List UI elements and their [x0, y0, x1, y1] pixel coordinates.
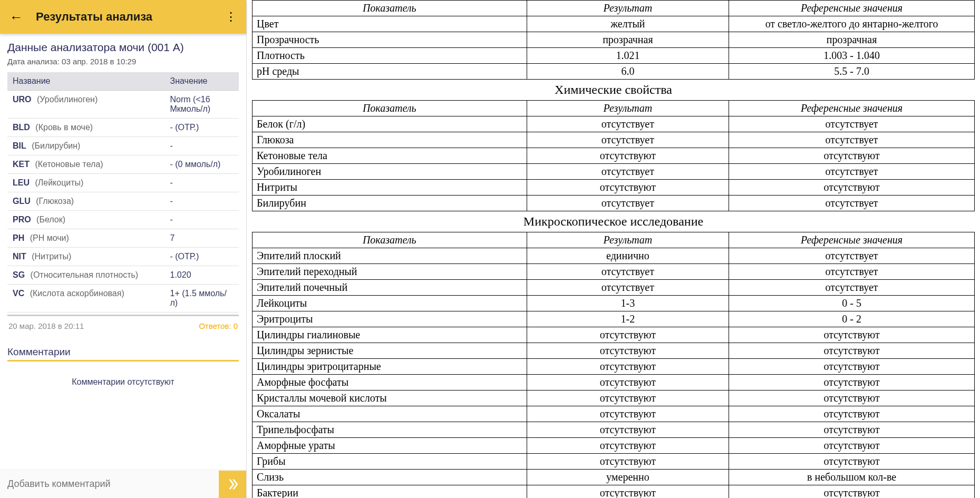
doc-param: Кетоновые тела	[253, 148, 527, 164]
col-result: Результат	[527, 232, 729, 248]
send-button[interactable]	[219, 471, 246, 498]
doc-row: Кристаллы мочевой кислотыотсутствуютотсу…	[253, 390, 975, 406]
table-row[interactable]: BIL (Билирубин)-	[7, 137, 239, 155]
doc-result: 1-2	[527, 311, 729, 327]
param-name: BIL (Билирубин)	[7, 137, 165, 155]
col-param: Показатель	[253, 1, 527, 16]
table-row[interactable]: BLD (Кровь в моче)- (ОТР.)	[7, 119, 239, 137]
doc-result: прозрачная	[527, 32, 729, 48]
doc-ref: отсутствует	[729, 248, 975, 264]
doc-row: Плотность1.0211.003 - 1.040	[253, 48, 975, 64]
doc-param: Цилиндры зернистые	[253, 343, 527, 359]
chevrons-right-icon	[225, 477, 240, 492]
table-row[interactable]: NIT (Нитриты)- (ОТР.)	[7, 248, 239, 266]
doc-param: Прозрачность	[253, 32, 527, 48]
doc-result: умеренно	[527, 470, 729, 485]
doc-param: Цилиндры эритроцитарные	[253, 359, 527, 375]
doc-result: отсутствуют	[527, 375, 729, 390]
doc-ref: 5.5 - 7.0	[729, 64, 975, 80]
doc-row: Прозрачностьпрозрачнаяпрозрачная	[253, 32, 975, 48]
back-icon[interactable]: ←	[9, 9, 23, 25]
table-row[interactable]: KET (Кетоновые тела)- (0 ммоль/л)	[7, 155, 239, 174]
doc-row: Бактерииотсутствуютотсутствуют	[253, 485, 975, 499]
app-bar: ← Результаты анализа ⋮	[0, 0, 246, 34]
doc-row: Билирубинотсутствуетотсутствует	[253, 196, 975, 211]
doc-result: отсутствуют	[527, 422, 729, 438]
doc-row: Аморфные фосфатыотсутствуютотсутствуют	[253, 375, 975, 390]
param-name: PRO (Белок)	[7, 211, 165, 229]
doc-row: Нитритыотсутствуютотсутствуют	[253, 180, 975, 196]
app-panel: ← Результаты анализа ⋮ Данные анализатор…	[0, 0, 247, 498]
page-title: Результаты анализа	[36, 10, 225, 24]
param-name: SG (Относительная плотность)	[7, 266, 165, 285]
param-name: LEU (Лейкоциты)	[7, 174, 165, 192]
doc-ref: в небольшом кол-ве	[729, 470, 975, 485]
doc-row: Трипельфосфатыотсутствуютотсутствуют	[253, 422, 975, 438]
content-area: Данные анализатора мочи (001 A) Дата ана…	[0, 34, 246, 470]
doc-row: Глюкозаотсутствуетотсутствует	[253, 132, 975, 148]
doc-row: Цилиндры зернистыеотсутствуютотсутствуют	[253, 343, 975, 359]
param-name: KET (Кетоновые тела)	[7, 155, 165, 174]
doc-param: Эпителий почечный	[253, 280, 527, 296]
doc-param: Оксалаты	[253, 406, 527, 422]
comment-input[interactable]	[0, 470, 219, 498]
doc-result: желтый	[527, 16, 729, 32]
doc-result: единично	[527, 248, 729, 264]
doc-param: Аморфные фосфаты	[253, 375, 527, 390]
doc-ref: отсутствуют	[729, 343, 975, 359]
divider	[7, 360, 239, 362]
results-table: Название Значение URO (Уробилиноген)Norm…	[7, 72, 239, 313]
answers-count[interactable]: Ответов: 0	[199, 321, 238, 330]
doc-param: Бактерии	[253, 485, 527, 499]
table-row[interactable]: SG (Относительная плотность)1.020	[7, 266, 239, 285]
param-value: -	[165, 137, 239, 155]
param-name: URO (Уробилиноген)	[7, 91, 165, 119]
doc-result: отсутствуют	[527, 343, 729, 359]
table-row[interactable]: GLU (Глюкоза)-	[7, 192, 239, 211]
doc-param: Трипельфосфаты	[253, 422, 527, 438]
doc-param: Кристаллы мочевой кислоты	[253, 390, 527, 406]
table-row[interactable]: LEU (Лейкоциты)-	[7, 174, 239, 192]
doc-result: отсутствуют	[527, 359, 729, 375]
param-value: 1+ (1.5 ммоль/л)	[165, 285, 239, 313]
analysis-date: Дата анализа: 03 апр. 2018 в 10:29	[7, 57, 239, 66]
doc-param: Эпителий переходный	[253, 264, 527, 280]
col-ref: Референсные значения	[729, 1, 975, 16]
doc-result: отсутствуют	[527, 327, 729, 343]
doc-ref: отсутствуют	[729, 180, 975, 196]
table-row[interactable]: URO (Уробилиноген)Norm (<16 Мкмоль/л)	[7, 91, 239, 119]
col-name: Название	[7, 72, 165, 91]
doc-ref: отсутствуют	[729, 422, 975, 438]
doc-ref: 0 - 5	[729, 296, 975, 311]
param-value: 7	[165, 229, 239, 248]
doc-param: Цилиндры гиалиновые	[253, 327, 527, 343]
doc-row: Эпителий почечныйотсутствуетотсутствует	[253, 280, 975, 296]
table-row[interactable]: PRO (Белок)-	[7, 211, 239, 229]
doc-ref: отсутствуют	[729, 327, 975, 343]
menu-icon[interactable]: ⋮	[225, 10, 237, 24]
table-row[interactable]: PH (РН мочи)7	[7, 229, 239, 248]
footer-row: 20 мар. 2018 в 20:11 Ответов: 0	[7, 315, 239, 334]
param-value: -	[165, 211, 239, 229]
doc-ref: отсутствуют	[729, 148, 975, 164]
doc-table: ПоказательРезультатРеференсные значенияЦ…	[252, 0, 975, 80]
doc-result: отсутствуют	[527, 438, 729, 454]
param-value: - (ОТР.)	[165, 119, 239, 137]
doc-result: 1.021	[527, 48, 729, 64]
param-name: GLU (Глюкоза)	[7, 192, 165, 211]
doc-result: отсутствуют	[527, 180, 729, 196]
doc-row: Белок (г/л)отсутствуетотсутствует	[253, 116, 975, 132]
col-value: Значение	[165, 72, 239, 91]
doc-row: Аморфные уратыотсутствуютотсутствуют	[253, 438, 975, 454]
doc-param: Цвет	[253, 16, 527, 32]
param-value: Norm (<16 Мкмоль/л)	[165, 91, 239, 119]
param-name: VC (Кислота аскорбиновая)	[7, 285, 165, 313]
doc-param: рН среды	[253, 64, 527, 80]
param-value: - (ОТР.)	[165, 248, 239, 266]
doc-result: отсутствуют	[527, 406, 729, 422]
doc-param: Глюкоза	[253, 132, 527, 148]
doc-row: Цветжелтыйот светло-желтого до янтарно-ж…	[253, 16, 975, 32]
doc-result: отсутствует	[527, 132, 729, 148]
table-row[interactable]: VC (Кислота аскорбиновая)1+ (1.5 ммоль/л…	[7, 285, 239, 313]
doc-table: ПоказательРезультатРеференсные значенияЭ…	[252, 232, 975, 498]
